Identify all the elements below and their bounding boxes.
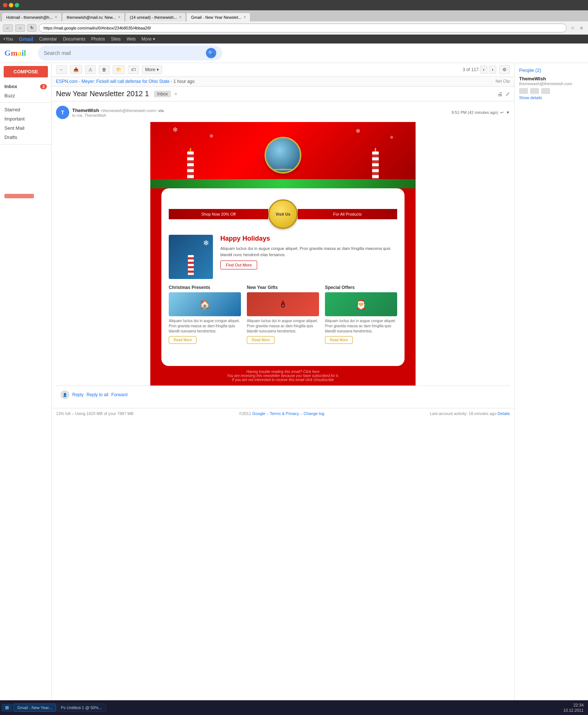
browser-min-btn[interactable] [9,3,13,7]
tab-mail-ru-close[interactable]: × [118,15,120,19]
bookmark-icon[interactable]: ☆ [569,24,576,32]
candle-right-visual [372,151,379,181]
tab-hotmail[interactable]: Hotmail - themewish@h... × [1,13,62,21]
email-from: T ThemeWish <themewish@themewish.com> vi… [56,106,510,119]
toolbar-spam-btn[interactable]: ⚠ [85,65,96,74]
toolbar-back-btn[interactable]: ← [56,65,67,74]
col-gifts-read-more-btn[interactable]: Read More [247,336,274,344]
sidebar-item-sent[interactable]: Sent Mail [0,123,51,133]
url-bar[interactable] [39,24,567,32]
visit-us-circle[interactable]: Visit Us [268,199,298,229]
sidebar-starred-label: Starred [4,107,20,112]
browser-tabs: Hotmail - themewish@h... × themewish@mai… [0,10,588,21]
sidebar-inbox-label: Inbox [4,84,17,89]
details-link[interactable]: Details [497,411,510,416]
menubar-documents[interactable]: Documents [63,36,85,42]
sidebar-item-starred[interactable]: Starred [0,105,51,114]
sidebar-drafts-label: Drafts [4,135,17,140]
notification-link[interactable]: ESPN.com - Meyer: Fickell will call defe… [56,79,169,84]
footer-line-1: Having trouble reading this email? Click… [154,370,412,374]
reply-all-link[interactable]: Reply to all [87,392,108,397]
taskbar-gmail-item[interactable]: Gmail - New Year... [13,704,56,712]
show-details-link[interactable]: Show details [519,95,584,100]
sidebar-divider-2 [0,144,51,144]
footer-subscribed-text: You are receiving this newsletter becaus… [227,374,339,378]
sender-email-text: <themewish@themewish.com> [100,108,157,113]
menubar-plus-you[interactable]: +You [3,36,13,42]
people-name: ThemeWish [519,76,584,81]
menubar-sites[interactable]: Sites [111,36,121,42]
taskbar-photoshop-item[interactable]: Ps Untitled-1 @ 50%... [57,704,106,712]
toolbar-settings-btn[interactable]: ⚙ [499,65,510,74]
email-actions-right: 🖨 ⤢ [497,91,510,97]
menubar-more[interactable]: More ▾ [141,36,155,42]
gmail-menubar: +You Gmail Calendar Documents Photos Sit… [0,35,588,43]
sidebar-item-drafts[interactable]: Drafts [0,133,51,142]
email-more-btn[interactable]: ▼ [506,110,510,115]
notification-time: - [171,79,173,84]
reply-section: 👤 Reply Reply to all Forward [56,386,510,404]
find-out-more-btn[interactable]: Find Out More [220,261,257,269]
via-text: via [158,108,164,113]
browser-chrome [0,0,588,10]
sidebar-item-buzz[interactable]: Buzz [0,91,51,100]
gmail-search-bar[interactable]: 🔍 [38,46,222,60]
expand-icon[interactable]: ⤢ [505,91,510,97]
taskbar-date: 13.12.2011 [563,708,584,713]
print-icon[interactable]: 🖨 [497,91,503,97]
browser-close-btn[interactable] [3,3,7,7]
browser-max-btn[interactable] [15,3,19,7]
tab-unread[interactable]: (14 unread) - themewish... × [125,13,186,21]
tab-gmail-close[interactable]: × [244,15,246,19]
reply-user-icon: 👤 [60,390,69,399]
email-reply-btn[interactable]: ↩ [500,110,504,115]
nav-refresh-btn[interactable]: ↻ [27,24,36,32]
toolbar-move-btn[interactable]: 📁 [113,65,125,74]
menubar-calendar[interactable]: Calendar [39,36,57,42]
taskbar-start-btn[interactable]: ⊞ [1,704,13,712]
sidebar-item-important[interactable]: Important [0,114,51,123]
settings-nav-icon[interactable]: ≡ [578,24,585,32]
footer-unsubscribe-text: If you are not interested to receive thi… [232,378,334,382]
nav-back-btn[interactable]: ← [3,24,13,32]
toolbar-labels-btn[interactable]: 🏷 [128,65,139,74]
search-button[interactable]: 🔍 [206,48,216,58]
three-column-section: Christmas Presents 🏠 Aliquam luctus dui … [169,285,397,344]
sidebar-ad-placeholder [4,194,34,198]
reply-link[interactable]: Reply [72,392,84,397]
people-action-btn-2[interactable] [530,88,539,94]
page-prev-btn[interactable]: ‹ [480,66,487,74]
net-clip: Net Clip [496,79,510,83]
toolbar-more-btn[interactable]: More ▾ [142,65,162,74]
sender-avatar: T [56,106,69,119]
tab-gmail-active[interactable]: Gmail - New Year Newslet... × [186,13,251,21]
inbox-close-icon[interactable]: × [175,91,177,97]
col-offers: Special Offers 🎅 Aliquam luctus dui in a… [325,285,397,344]
people-action-btn-1[interactable] [519,88,528,94]
tab-hotmail-close[interactable]: × [55,15,57,19]
toolbar-archive-btn[interactable]: 📥 [70,65,82,74]
changelog-link[interactable]: Change log [304,411,324,416]
forward-link[interactable]: Forward [111,392,127,397]
toolbar-delete-btn[interactable]: 🗑 [99,65,110,74]
nav-forward-btn[interactable]: → [15,24,25,32]
page-next-btn[interactable]: › [489,66,496,74]
search-input[interactable] [44,50,204,56]
compose-button[interactable]: COMPOSE [4,66,48,77]
tab-mail-ru[interactable]: themewish@mail.ru: New... × [62,13,125,21]
holidays-body-text: Aliquam luctus dui in augue congue aliqu… [220,245,397,258]
snow-globe [265,137,301,174]
col-offers-text: Aliquam luctus dui in augue congue aliqu… [325,318,397,334]
people-action-btn-3[interactable] [541,88,550,94]
google-link[interactable]: Google [252,411,265,416]
col-offers-read-more-btn[interactable]: Read More [325,336,353,344]
sidebar: COMPOSE Inbox 3 Buzz Starred Important S… [0,63,52,715]
sidebar-item-inbox[interactable]: Inbox 3 [0,82,51,91]
tab-unread-close[interactable]: × [179,15,182,19]
menubar-photos[interactable]: Photos [91,36,105,42]
terms-link[interactable]: Terms & Privacy [270,411,299,416]
last-activity-text: Last account activity: 18 minutes ago [430,411,496,416]
col-christmas: Christmas Presents 🏠 Aliquam luctus dui … [169,285,241,344]
col-christmas-read-more-btn[interactable]: Read More [169,336,196,344]
menubar-web[interactable]: Web [127,36,136,42]
